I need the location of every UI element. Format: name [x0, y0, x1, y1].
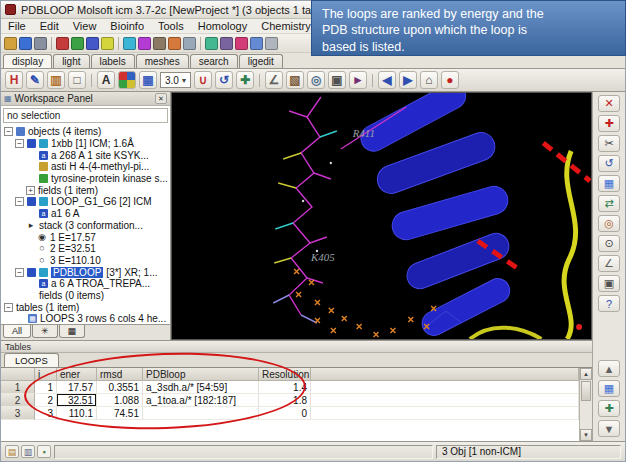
session-disk-icon[interactable]: ▥ — [21, 445, 35, 458]
snapshot-camera-icon[interactable]: ▣ — [328, 71, 346, 89]
tree-item[interactable]: ◉1 E=17.57 — [1, 231, 170, 243]
color-by-icon[interactable] — [205, 37, 218, 50]
superimpose-icon[interactable] — [183, 37, 196, 50]
cell-resolution[interactable]: 1.8 — [259, 394, 311, 407]
menu-bioinfo[interactable]: Bioinfo — [103, 19, 151, 33]
undo-rail-icon[interactable]: ↺ — [598, 155, 620, 172]
pencil-icon[interactable]: ✎ — [26, 71, 44, 89]
tree-item[interactable]: −tables (1 item) — [1, 301, 170, 313]
menu-edit[interactable]: Edit — [33, 19, 66, 33]
fullscreen-icon[interactable]: ⌂ — [420, 71, 438, 89]
eraser-icon[interactable]: ▥ — [47, 71, 65, 89]
cell-rmsd[interactable]: 1.088 — [97, 394, 143, 407]
center-view-icon[interactable] — [235, 37, 248, 50]
tree-expander-icon[interactable]: − — [15, 139, 24, 148]
table-scrollbar[interactable]: ▲ ▼ — [579, 368, 592, 441]
3d-viewer[interactable]: R411 K405 — [171, 92, 592, 340]
redo-icon[interactable]: ▶ — [399, 71, 417, 89]
table-row[interactable]: 1117.570.3551a_3sdh.a/* [54:59]1.4 — [1, 381, 579, 394]
tree-expander-icon[interactable]: − — [15, 268, 24, 277]
scroll-up-icon[interactable]: ▲ — [580, 368, 592, 380]
close-icon[interactable]: ✕ — [155, 93, 167, 104]
layers-icon[interactable]: ▦ — [598, 175, 620, 192]
undo-icon[interactable]: ◀ — [378, 71, 396, 89]
cell-rmsd[interactable]: 74.51 — [97, 407, 143, 420]
column-header-rmsd[interactable]: rmsd — [97, 368, 143, 381]
magnify-icon[interactable]: ⊙ — [598, 235, 620, 252]
tree-item[interactable]: asti H 4-(4-methyl-pi... — [1, 161, 170, 173]
project-folder-icon[interactable]: ▤ — [5, 445, 19, 458]
cell-ener[interactable]: 17.57 — [57, 381, 97, 394]
tab-meshes[interactable]: meshes — [136, 54, 189, 68]
tree-expander-icon[interactable]: ▸ — [26, 221, 36, 230]
memory-icon[interactable]: ▪ — [37, 445, 51, 458]
tab-search[interactable]: search — [190, 54, 238, 68]
label-atoms-icon[interactable]: A — [97, 71, 115, 89]
selection-field[interactable]: no selection — [3, 108, 168, 123]
radio-icon[interactable]: ○ — [37, 244, 47, 253]
tree-item[interactable]: ○2 E=32.51 — [1, 243, 170, 255]
radio-icon[interactable]: ◉ — [37, 233, 47, 242]
add-view-icon[interactable]: ✚ — [598, 115, 620, 132]
tree-item[interactable]: −PDBLOOP [3*] XR; 1... — [1, 266, 170, 278]
tab-ligedit[interactable]: ligedit — [239, 54, 283, 68]
help-icon[interactable]: ? — [598, 295, 620, 312]
menu-tools[interactable]: Tools — [151, 19, 191, 33]
play-movie-icon[interactable]: ► — [349, 71, 367, 89]
column-header-resolution[interactable]: Resolution — [259, 368, 311, 381]
html-export-icon[interactable] — [265, 37, 278, 50]
swap-panes-icon[interactable]: ⇄ — [598, 195, 620, 212]
cell-i[interactable]: 3 — [35, 407, 57, 420]
rename-icon[interactable] — [153, 37, 166, 50]
representation-grid-icon[interactable]: ▦ — [139, 71, 157, 89]
tab-light[interactable]: light — [53, 54, 89, 68]
tree-item[interactable]: ▦LOOPS 3 rows 6 cols 4 he... — [1, 313, 170, 324]
menu-file[interactable]: File — [1, 19, 33, 33]
center-target-icon[interactable]: ◎ — [598, 215, 620, 232]
magnet-icon[interactable]: ∪ — [194, 71, 212, 89]
cell-pdbloop[interactable] — [143, 407, 259, 420]
menu-view[interactable]: View — [66, 19, 104, 33]
tree-item[interactable]: +fields (1 item) — [1, 184, 170, 196]
tab-display[interactable]: display — [3, 54, 52, 68]
column-header-pdbloop[interactable]: PDBloop — [143, 368, 259, 381]
tree-expander-icon[interactable]: − — [15, 197, 24, 206]
cut-icon[interactable]: ✂ — [598, 135, 620, 152]
tab-all[interactable]: All — [3, 325, 31, 338]
mesh-surface-icon[interactable]: ◎ — [307, 71, 325, 89]
selection-box-icon[interactable]: □ — [68, 71, 86, 89]
row-number-cell[interactable]: 1 — [1, 381, 35, 394]
cell-i[interactable]: 2 — [35, 394, 57, 407]
table-add-row-icon[interactable]: ✚ — [598, 400, 620, 417]
delete-object-icon[interactable] — [138, 37, 151, 50]
cell-ener[interactable]: 32.51 — [57, 394, 97, 407]
hydrogens-toggle-icon[interactable]: H — [5, 71, 23, 89]
tab-labels[interactable]: labels — [91, 54, 135, 68]
scrollbar-track[interactable] — [580, 380, 592, 429]
rotate-view-icon[interactable]: ↺ — [215, 71, 233, 89]
new-sequence-icon[interactable] — [71, 37, 84, 50]
clipping-planes-icon[interactable]: ▧ — [286, 71, 304, 89]
snapshot-icon[interactable]: ▣ — [598, 275, 620, 292]
tree-item[interactable]: −objects (4 items) — [1, 126, 170, 138]
open-project-icon[interactable] — [4, 37, 17, 50]
tree-expander-icon[interactable]: − — [4, 303, 13, 312]
convert-icon[interactable] — [168, 37, 181, 50]
tree-item[interactable]: ▸stack (3 conformation... — [1, 220, 170, 232]
tree-item[interactable]: aa 6 A TROA_TREPA... — [1, 278, 170, 290]
column-header-i[interactable]: i — [35, 368, 57, 381]
preferences-icon[interactable] — [250, 37, 263, 50]
tree-item[interactable]: tyrosine-protein kinase s... — [1, 173, 170, 185]
color-palette-icon[interactable] — [118, 71, 136, 89]
zoom-level-select[interactable]: 3.0▾ — [160, 72, 191, 88]
cell-ener[interactable]: 110.1 — [57, 407, 97, 420]
radio-icon[interactable]: ○ — [37, 256, 47, 265]
table-row[interactable]: 2232.511.088a_1toa.a/* [182:187]1.8 — [1, 394, 579, 407]
row-number-cell[interactable]: 3 — [1, 407, 35, 420]
display-style-icon[interactable] — [220, 37, 233, 50]
tree-item[interactable]: −1xbb [1] ICM; 1.6Å — [1, 138, 170, 150]
tab-selection[interactable]: ✳ — [32, 325, 58, 338]
translate-view-icon[interactable]: ✚ — [236, 71, 254, 89]
cell-resolution[interactable]: 0 — [259, 407, 311, 420]
table-scroll-down-icon[interactable]: ▼ — [598, 420, 620, 437]
